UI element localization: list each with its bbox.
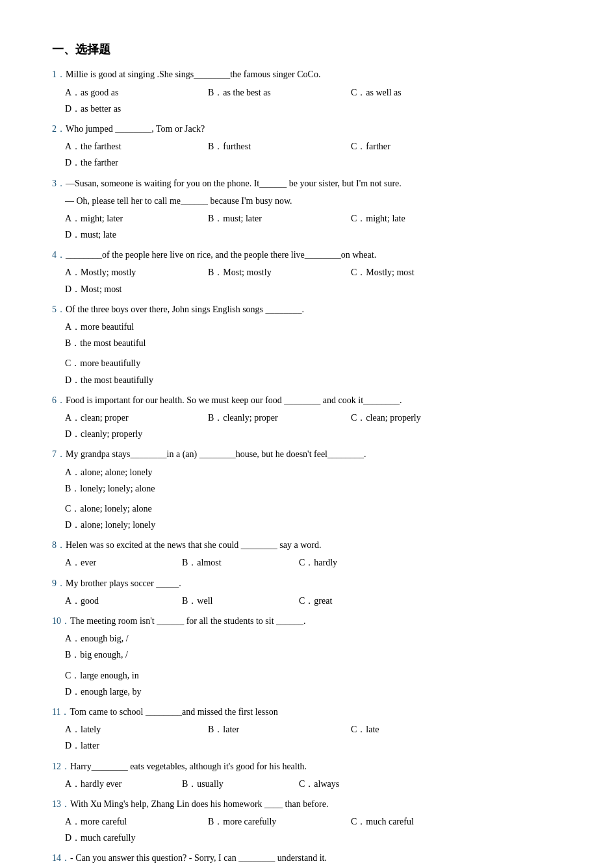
question-block: 12．Harry________ eats vegetables, althou… (52, 758, 562, 792)
option: B．furthest (208, 138, 351, 155)
question-number: 9． (52, 578, 66, 588)
question-text: My brother plays soccer _____. (66, 578, 181, 588)
options-row: C．alone; lonely; aloneD．alone; lonely; l… (52, 501, 562, 533)
question-number: 10． (52, 616, 70, 626)
question-line: 9．My brother plays soccer _____. (52, 575, 562, 591)
question-number: 4． (52, 250, 66, 260)
question-block: 1．Millie is good at singing .She sings__… (52, 66, 562, 117)
question-number: 3． (52, 179, 66, 188)
question-line: 3．—Susan, someone is waiting for you on … (52, 175, 562, 192)
option: D．the most beautifully (65, 372, 351, 388)
options-row: A．as good asB．as the best asC．as well as… (52, 84, 562, 117)
option: C．alone; lonely; alone (65, 501, 351, 517)
question-text: My grandpa stays________in a (an) ______… (66, 449, 366, 459)
question-block: 4．________of the people here live on ric… (52, 247, 562, 297)
option: B．later (208, 721, 351, 738)
option: A．the farthest (65, 138, 208, 155)
option: C．hardly (299, 554, 416, 571)
option: C．farther (351, 138, 494, 155)
option: C．great (299, 593, 416, 609)
option: A．clean; proper (65, 410, 208, 426)
question-block: 8．Helen was so excited at the news that … (52, 537, 562, 571)
option: D．much carefully (65, 830, 208, 846)
option: C．much careful (351, 813, 494, 830)
question-text: - Can you answer this question? - Sorry,… (70, 853, 327, 863)
option: D．must; late (65, 227, 208, 243)
option: B．must; later (208, 210, 351, 227)
question-line: 5．Of the three boys over there, John sin… (52, 301, 562, 317)
option: D．cleanly; properly (65, 426, 208, 442)
question-block: 14．- Can you answer this question? - Sor… (52, 850, 562, 868)
option: B．the most beautiful (65, 335, 351, 351)
option: D．Most; most (65, 281, 208, 297)
option: A．alone; alone; lonely (65, 464, 351, 480)
option: C．always (299, 776, 416, 792)
option: C．late (351, 721, 494, 738)
question-block: 3．—Susan, someone is waiting for you on … (52, 175, 562, 243)
question-number: 11． (52, 707, 70, 717)
option: A．Mostly; mostly (65, 264, 208, 280)
option: A．as good as (65, 84, 208, 101)
question-line: 7．My grandpa stays________in a (an) ____… (52, 446, 562, 462)
option: D．latter (65, 738, 208, 754)
options-row: A．more carefulB．more carefullyC．much car… (52, 813, 562, 846)
question-text: Tom came to school ________and missed th… (70, 707, 277, 717)
option: A．might; later (65, 210, 208, 227)
question-text: The meeting room isn't ______ for all th… (70, 616, 306, 626)
option: C．Mostly; most (351, 264, 494, 280)
question-text: Who jumped ________, Tom or Jack? (66, 124, 205, 134)
option: B．as the best as (208, 84, 351, 101)
question-block: 7．My grandpa stays________in a (an) ____… (52, 446, 562, 533)
option: D．the farther (65, 155, 208, 171)
question-block: 2．Who jumped ________, Tom or Jack?A．the… (52, 121, 562, 171)
option: A．good (65, 593, 182, 609)
option: A．hardly ever (65, 776, 182, 792)
question-number: 13． (52, 799, 70, 809)
question-block: 5．Of the three boys over there, John sin… (52, 301, 562, 388)
question-line: 4．________of the people here live on ric… (52, 247, 562, 263)
options-row: C．large enough, inD．enough large, by (52, 667, 562, 700)
question-line: 1．Millie is good at singing .She sings__… (52, 66, 562, 82)
question-text: —Susan, someone is waiting for you on th… (66, 179, 402, 188)
option: C．clean; properly (351, 410, 494, 426)
question-number: 2． (52, 124, 66, 134)
option: D．enough large, by (65, 684, 351, 700)
question-block: 11．Tom came to school ________and missed… (52, 704, 562, 754)
question-number: 1． (52, 69, 66, 79)
question-line: 13．With Xu Ming's help, Zhang Lin does h… (52, 796, 562, 812)
option: B．more carefully (208, 813, 351, 830)
options-row: A．hardly everB．usuallyC．always (52, 776, 562, 792)
question-subtext: — Oh, please tell her to call me______ b… (52, 193, 562, 209)
options-row: A．clean; properB．cleanly; properC．clean;… (52, 410, 562, 442)
option: C．might; late (351, 210, 494, 227)
question-number: 8． (52, 540, 66, 550)
options-row: A．the farthestB．furthestC．fartherD．the f… (52, 138, 562, 171)
question-text: With Xu Ming's help, Zhang Lin does his … (70, 799, 328, 809)
option: B．lonely; lonely; alone (65, 480, 351, 497)
question-line: 6．Food is important for our health. So w… (52, 392, 562, 408)
options-row: A．Mostly; mostlyB．Most; mostlyC．Mostly; … (52, 264, 562, 297)
option: A．lately (65, 721, 208, 738)
question-block: 9．My brother plays soccer _____.A．goodB．… (52, 575, 562, 609)
question-number: 7． (52, 449, 66, 459)
question-text: Helen was so excited at the news that sh… (66, 540, 321, 550)
question-line: 8．Helen was so excited at the news that … (52, 537, 562, 553)
question-line: 11．Tom came to school ________and missed… (52, 704, 562, 720)
options-row: A．goodB．wellC．great (52, 593, 562, 609)
question-line: 2．Who jumped ________, Tom or Jack? (52, 121, 562, 137)
options-row: A．latelyB．laterC．lateD．latter (52, 721, 562, 754)
option: B．usually (182, 776, 299, 792)
option: A．more careful (65, 813, 208, 830)
question-text: Harry________ eats vegetables, although … (70, 762, 307, 771)
option: B．cleanly; proper (208, 410, 351, 426)
question-number: 14． (52, 853, 70, 863)
question-number: 12． (52, 762, 70, 771)
option: C．more beautifully (65, 355, 351, 371)
question-line: 10．The meeting room isn't ______ for all… (52, 613, 562, 629)
options-row: C．more beautifullyD．the most beautifully (52, 355, 562, 388)
option: B．almost (182, 554, 299, 571)
question-text: Millie is good at singing .She sings____… (66, 69, 320, 79)
question-number: 6． (52, 395, 66, 405)
option: C．as well as (351, 84, 494, 101)
options-row: A．enough big, /B．big enough, / (52, 630, 562, 663)
